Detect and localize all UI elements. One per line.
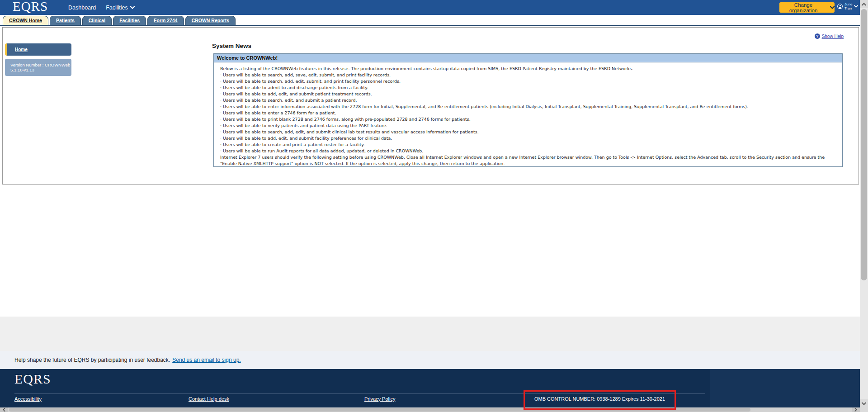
tab-crown-home[interactable]: CROWN Home: [3, 16, 48, 25]
change-organization-button[interactable]: Change organization: [779, 2, 835, 13]
scroll-down-icon[interactable]: [860, 399, 868, 407]
feedback-text: Help shape the future of EQRS by partici…: [14, 357, 170, 363]
eqrs-logo: EQRS: [13, 0, 48, 14]
welcome-panel-title: Welcome to CROWNWeb!: [214, 54, 842, 62]
show-help-link[interactable]: ? Show Help: [815, 33, 844, 39]
footer-link-privacy-policy[interactable]: Privacy Policy: [364, 396, 395, 402]
tab-crown-reports[interactable]: CROWN Reports: [185, 16, 236, 25]
feedback-signup-link[interactable]: Send us an email to sign up.: [172, 357, 241, 363]
scroll-right-icon[interactable]: [852, 407, 860, 412]
user-name: JuneTran: [844, 2, 852, 10]
list-item: Users will be able to search, add, save,…: [220, 72, 837, 78]
sidebar-version-badge: Version Number : CROWNWeb5.1.10-v1.13: [5, 59, 71, 76]
feedback-band: Help shape the future of EQRS by partici…: [0, 351, 860, 369]
tab-strip-underline: [0, 25, 860, 26]
scroll-left-icon[interactable]: [0, 407, 8, 412]
chevron-down-icon: [830, 6, 835, 9]
lower-gray-strip: [0, 317, 860, 351]
help-icon: ?: [815, 33, 820, 39]
vertical-scrollbar-thumb[interactable]: [861, 9, 867, 280]
list-item: Users will be able to print blank 2728 a…: [220, 116, 837, 123]
footer-eqrs-logo: EQRS: [14, 371, 51, 387]
welcome-panel: Welcome to CROWNWeb! Below is a listing …: [213, 53, 843, 167]
list-item: Users will be able to add, edit, and sub…: [220, 135, 837, 142]
tab-form-2744[interactable]: Form 2744: [147, 16, 184, 25]
horizontal-scrollbar[interactable]: [0, 407, 860, 412]
scrollbar-corner: [860, 407, 868, 412]
list-item: Users will be able to search, add, edit,…: [220, 129, 837, 135]
nav-dashboard[interactable]: Dashboard: [68, 5, 96, 11]
footer-link-accessibility[interactable]: Accessibility: [14, 396, 42, 402]
top-header: EQRS Dashboard Facilities Change organiz…: [0, 0, 860, 15]
user-avatar-icon: [837, 4, 843, 9]
footer-link-contact-help-desk[interactable]: Contact Help desk: [189, 396, 229, 402]
list-item: Users will be able to add, edit, and sub…: [220, 91, 837, 97]
list-item: Users will be able to search, edit, and …: [220, 97, 837, 104]
page-title: System News: [212, 43, 251, 49]
list-item: Users will be able to create and print a…: [220, 142, 837, 148]
list-item: Users will be able to enter information …: [220, 104, 837, 110]
sidebar-item-home[interactable]: Home: [5, 43, 71, 56]
tab-patients[interactable]: Patients: [50, 16, 81, 25]
ie-note: Internet Explorer 7 users should verify …: [220, 154, 837, 167]
tab-strip: CROWN Home Patients Clinical Facilities …: [0, 15, 860, 26]
user-menu[interactable]: JuneTran: [837, 2, 858, 10]
welcome-panel-body: Below is a listing of the CROWNWeb featu…: [214, 62, 842, 167]
list-item: Users will be able to admit to and disch…: [220, 85, 837, 91]
scroll-up-icon[interactable]: [860, 0, 868, 8]
tab-facilities[interactable]: Facilities: [113, 16, 146, 25]
chevron-down-icon: [130, 6, 135, 9]
welcome-intro: Below is a listing of the CROWNWeb featu…: [220, 66, 837, 72]
list-item: Users will be able to search, add, edit,…: [220, 78, 837, 85]
top-nav: Dashboard Facilities: [68, 0, 135, 15]
tab-clinical[interactable]: Clinical: [82, 16, 112, 25]
list-item: Users will be able to run Audit reports …: [220, 148, 837, 154]
content-panel: Home Version Number : CROWNWeb5.1.10-v1.…: [2, 27, 859, 185]
list-item: Users will be able to enter a 2746 form …: [220, 110, 837, 116]
chevron-down-icon: [854, 5, 858, 8]
app-window: EQRS Dashboard Facilities Change organiz…: [0, 0, 868, 412]
omb-highlight-box: [524, 390, 676, 410]
feature-list: Users will be able to search, add, save,…: [220, 72, 837, 154]
list-item: Users will be able to verify patients an…: [220, 123, 837, 129]
footer-right-panel: [710, 369, 860, 407]
nav-facilities[interactable]: Facilities: [106, 5, 135, 11]
vertical-scrollbar[interactable]: [860, 0, 868, 407]
footer: EQRS Accessibility Contact Help desk Pri…: [0, 369, 860, 407]
